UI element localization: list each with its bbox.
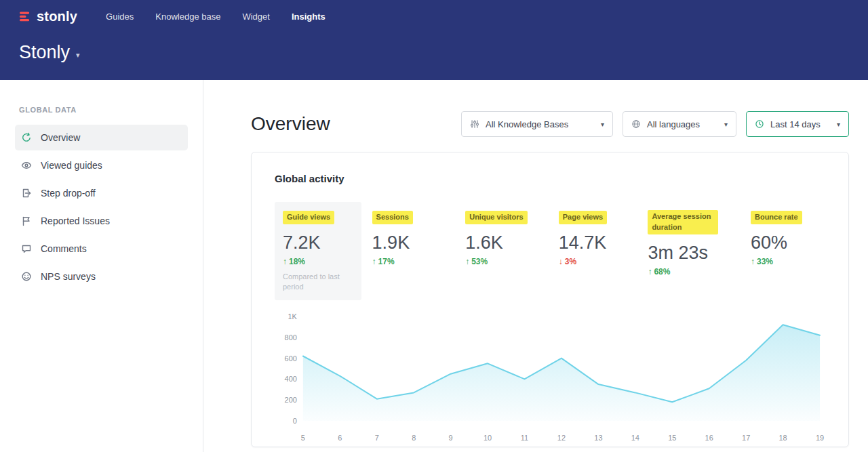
metric-value: 1.6K [465,232,548,253]
nav-item-widget[interactable]: Widget [242,12,269,22]
metric-label: Page views [559,211,607,224]
flag-icon [21,215,32,226]
top-bar: stonly Guides Knowledge base Widget Insi… [0,0,868,80]
metric-guide-views[interactable]: Guide views 7.2K ↑ 18% Compared to last … [275,202,361,300]
trend-up-icon: ↑ [648,267,652,276]
metric-delta: ↑ 53% [465,257,548,266]
filter-bar: All Knowledge Bases ▾ All languages ▾ La… [461,111,849,137]
trend-down-icon: ↓ [559,257,563,266]
metric-note: Compared to last period [283,272,351,292]
metric-delta-value: 68% [654,267,670,276]
sidebar-item-label: Step drop-off [41,188,96,199]
svg-text:0: 0 [293,417,297,425]
workspace-selector[interactable]: Stonly ▾ [0,27,868,63]
trend-up-icon: ↑ [372,257,376,266]
svg-text:15: 15 [668,434,676,442]
chevron-down-icon: ▾ [76,45,80,60]
svg-text:600: 600 [285,354,297,362]
eye-icon [21,160,32,171]
sidebar-item-comments[interactable]: Comments [15,236,188,262]
nav-item-insights[interactable]: Insights [292,12,326,22]
metric-value: 60% [751,232,825,253]
metric-page-views[interactable]: Page views 14.7K ↓ 3% [559,202,637,266]
metric-label: Sessions [372,211,413,224]
metric-delta: ↑ 68% [648,267,740,276]
svg-text:8: 8 [412,434,416,442]
sidebar-item-step-drop-off[interactable]: Step drop-off [15,180,188,206]
knowledge-bases-dropdown[interactable]: All Knowledge Bases ▾ [461,111,613,137]
svg-text:14: 14 [631,434,639,442]
languages-dropdown[interactable]: All languages ▾ [623,111,736,137]
sidebar-item-nps-surveys[interactable]: NPS surveys [15,264,188,289]
activity-chart: 02004006008001K5678910111213141516171819 [275,311,825,444]
svg-text:12: 12 [557,434,566,442]
nav-item-guides[interactable]: Guides [106,12,134,22]
sliders-icon [470,119,479,129]
metrics-row: Guide views 7.2K ↑ 18% Compared to last … [275,202,825,300]
sidebar-item-label: Reported Issues [41,215,110,226]
sidebar-item-reported-issues[interactable]: Reported Issues [15,208,188,234]
chevron-down-icon: ▾ [598,121,604,128]
metric-delta: ↑ 33% [751,257,825,266]
sidebar-item-label: Overview [41,132,80,143]
metric-delta: ↓ 3% [559,257,637,266]
metric-average-session-duration[interactable]: Average session duration 3m 23s ↑ 68% [648,202,740,276]
svg-text:13: 13 [594,434,602,442]
svg-text:17: 17 [742,434,750,442]
svg-text:400: 400 [285,375,297,383]
metric-value: 14.7K [559,232,637,253]
metric-label: Unique visitors [465,211,527,224]
metric-value: 3m 23s [648,243,740,263]
main-content: Overview All Knowledge Bases ▾ All langu… [203,80,868,452]
area-chart: 02004006008001K5678910111213141516171819 [275,311,825,444]
metric-label: Average session duration [648,210,718,234]
sidebar: GLOBAL DATA Overview Viewed guides Step … [0,80,203,452]
metric-delta-value: 18% [289,257,305,266]
svg-text:11: 11 [521,434,528,442]
svg-text:200: 200 [285,396,297,404]
chevron-down-icon: ▾ [722,121,728,128]
page-title: Overview [251,113,330,135]
top-nav: Guides Knowledge base Widget Insights [106,12,326,22]
smiley-icon [21,271,32,282]
sidebar-item-overview[interactable]: Overview [15,125,188,150]
sidebar-item-label: NPS surveys [41,271,96,282]
svg-text:10: 10 [484,434,492,442]
trend-up-icon: ↑ [751,257,755,266]
refresh-icon [21,132,32,143]
metric-sessions[interactable]: Sessions 1.9K ↑ 17% [372,202,455,266]
logo-text: stonly [37,9,77,24]
svg-text:800: 800 [285,333,297,341]
metric-value: 7.2K [283,232,353,253]
sidebar-item-label: Comments [41,243,87,254]
knowledge-bases-dropdown-value: All Knowledge Bases [486,119,592,129]
metric-unique-visitors[interactable]: Unique visitors 1.6K ↑ 53% [465,202,548,266]
svg-text:5: 5 [301,434,305,442]
sidebar-item-label: Viewed guides [41,160,102,171]
stonly-logo-icon [19,10,32,23]
metric-delta-value: 3% [565,257,576,266]
svg-text:18: 18 [778,434,787,442]
trend-up-icon: ↑ [283,257,287,266]
sidebar-item-viewed-guides[interactable]: Viewed guides [15,152,188,178]
date-range-dropdown[interactable]: Last 14 days ▾ [746,111,849,137]
svg-text:19: 19 [816,434,824,442]
svg-text:16: 16 [705,434,713,442]
metric-delta: ↑ 17% [372,257,455,266]
stonly-logo[interactable]: stonly [19,9,77,24]
metric-value: 1.9K [372,232,455,253]
metric-label: Guide views [283,211,334,224]
trend-up-icon: ↑ [465,257,469,266]
svg-text:7: 7 [375,434,379,442]
svg-text:9: 9 [449,434,453,442]
svg-text:6: 6 [338,434,342,442]
clock-icon [755,119,764,129]
metric-delta-value: 53% [471,257,488,266]
sidebar-section-label: GLOBAL DATA [19,106,203,114]
comment-icon [21,243,32,254]
global-activity-card: Global activity Guide views 7.2K ↑ 18% C… [251,152,849,447]
globe-icon [631,119,641,129]
metric-bounce-rate[interactable]: Bounce rate 60% ↑ 33% [751,202,825,266]
metric-delta-value: 17% [378,257,395,266]
nav-item-knowledge-base[interactable]: Knowledge base [155,12,220,22]
